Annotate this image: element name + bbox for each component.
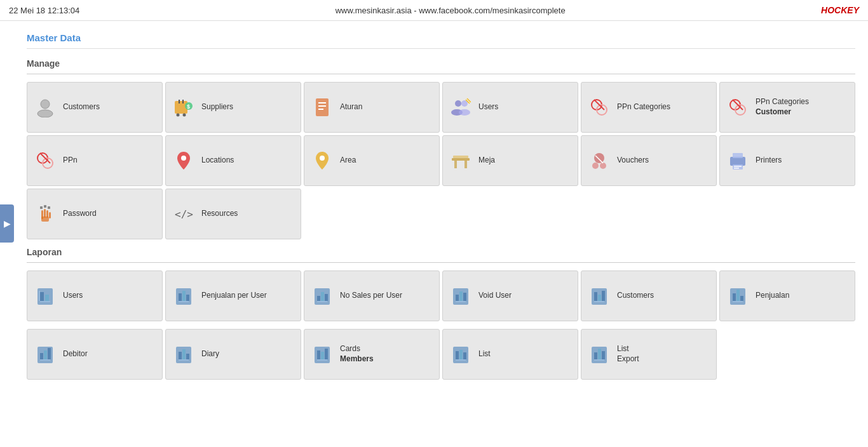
manage-item-resources[interactable]: </> Resources (165, 189, 301, 239)
laporan-section-label: Laporan (27, 247, 855, 257)
svg-rect-56 (40, 301, 50, 302)
svg-point-1 (37, 110, 53, 117)
manage-item-area[interactable]: Area (304, 135, 440, 186)
aturan-label: Aturan (340, 102, 362, 112)
laporan-item-diary[interactable]: Diary (165, 329, 301, 380)
report-penjualan-icon (726, 284, 749, 307)
laporan-item-customers[interactable]: Customers (581, 270, 717, 321)
area-icon (311, 149, 334, 172)
svg-rect-55 (39, 291, 40, 301)
manage-divider (27, 74, 855, 74)
svg-point-16 (459, 109, 470, 116)
svg-rect-104 (598, 349, 601, 359)
void-user-label: Void User (478, 291, 512, 301)
manage-item-printers[interactable]: Printers (719, 135, 855, 186)
svg-rect-106 (594, 359, 604, 361)
svg-point-35 (592, 163, 599, 169)
svg-rect-58 (179, 293, 182, 301)
manage-item-suppliers[interactable]: $ Suppliers (165, 82, 301, 133)
laporan-item-debitor[interactable]: Debitor (27, 329, 163, 380)
locations-label: Locations (201, 156, 234, 166)
svg-rect-10 (318, 102, 326, 103)
svg-rect-78 (733, 293, 736, 301)
laporan-item-users[interactable]: Users (27, 270, 163, 321)
list-label: List (478, 349, 491, 359)
manage-item-ppn-categories[interactable]: PPn Categories (581, 82, 717, 133)
ppn-label: PPn (63, 156, 78, 166)
svg-rect-81 (733, 301, 743, 302)
svg-rect-68 (456, 295, 459, 301)
svg-point-3 (177, 114, 180, 117)
laporan-item-penjualan-user[interactable]: Penjualan per User (165, 270, 301, 321)
customers-label: Customers (63, 102, 100, 112)
svg-rect-85 (48, 348, 51, 359)
svg-rect-6 (182, 100, 184, 103)
ppn-categories-customer-icon (726, 96, 749, 119)
svg-rect-46 (46, 210, 48, 218)
manage-item-aturan[interactable]: Aturan (304, 82, 440, 133)
penjualan-user-label: Penjualan per User (201, 291, 267, 301)
customers-icon (34, 96, 57, 119)
manage-section-label: Manage (27, 58, 855, 69)
suppliers-icon: $ (172, 96, 195, 119)
svg-rect-11 (318, 105, 326, 107)
laporan-divider (27, 262, 855, 263)
penjualan-label: Penjualan (756, 291, 789, 301)
report-no-sales-icon (311, 284, 334, 307)
svg-rect-88 (179, 352, 182, 359)
svg-rect-75 (602, 291, 605, 301)
manage-item-ppn-categories-customer[interactable]: PPn Categories Customer (719, 82, 855, 133)
report-cards-icon (311, 343, 334, 366)
password-label: Password (63, 209, 97, 219)
laporan-item-void-user[interactable]: Void User (442, 270, 578, 321)
svg-rect-83 (40, 353, 43, 359)
svg-rect-39 (733, 153, 743, 158)
users-icon (449, 96, 472, 119)
svg-rect-70 (463, 293, 466, 301)
laporan-grid-2: Debitor Diary (27, 329, 855, 380)
laporan-item-no-sales[interactable]: No Sales per User (304, 270, 440, 321)
manage-item-customers[interactable]: Customers (27, 82, 163, 133)
svg-rect-91 (179, 359, 189, 361)
svg-rect-94 (321, 352, 324, 359)
svg-rect-63 (317, 296, 320, 301)
svg-rect-53 (40, 292, 44, 301)
laporan-item-cards-members[interactable]: Cards Members (304, 329, 440, 380)
svg-point-4 (183, 114, 186, 117)
sidebar-toggle[interactable]: ▶ (0, 204, 14, 243)
users-label: Users (478, 102, 498, 112)
svg-rect-60 (186, 295, 189, 301)
ppn-categories-icon (588, 96, 611, 119)
svg-point-13 (455, 100, 461, 107)
manage-item-ppn[interactable]: PPn (27, 135, 163, 186)
manage-item-locations[interactable]: Locations (165, 135, 301, 186)
svg-rect-99 (459, 350, 463, 359)
svg-point-28 (181, 156, 186, 161)
manage-item-password[interactable]: Password (27, 189, 163, 239)
laporan-item-penjualan[interactable]: Penjualan (719, 270, 855, 321)
main-content: Master Data Manage Customers (14, 21, 868, 394)
report-users-icon (34, 284, 57, 307)
laporan-item-list-export[interactable]: List Export (581, 329, 717, 380)
meja-icon (449, 149, 472, 172)
svg-text:$: $ (187, 103, 190, 110)
manage-item-meja[interactable]: Meja (442, 135, 578, 186)
aturan-icon (311, 96, 334, 119)
svg-point-36 (600, 163, 606, 169)
svg-point-34 (594, 153, 604, 163)
svg-rect-100 (463, 352, 466, 359)
vouchers-label: Vouchers (617, 156, 649, 166)
svg-rect-89 (182, 349, 186, 359)
manage-item-vouchers[interactable]: Vouchers (581, 135, 717, 186)
svg-rect-66 (317, 301, 327, 302)
svg-rect-33 (453, 156, 468, 158)
laporan-item-list[interactable]: List (442, 329, 578, 380)
report-penjualan-user-icon (172, 284, 195, 307)
svg-rect-59 (182, 291, 186, 301)
report-diary-icon (172, 343, 195, 366)
svg-rect-86 (40, 359, 50, 361)
password-icon (34, 203, 57, 225)
svg-rect-40 (733, 164, 743, 170)
meja-label: Meja (478, 156, 495, 166)
manage-item-users[interactable]: Users (442, 82, 578, 133)
